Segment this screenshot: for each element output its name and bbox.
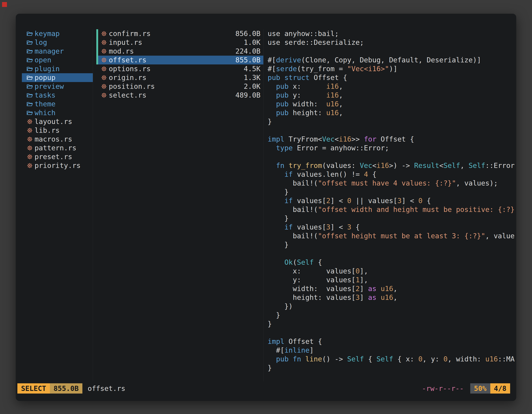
- file-row-position-rs[interactable]: position.rs2.0K: [96, 82, 263, 91]
- status-bar-right: -rw-r--r-- 50% 4/8: [422, 383, 510, 394]
- sidebar-item-preset-rs[interactable]: preset.rs: [22, 152, 93, 161]
- code-token: [268, 91, 276, 99]
- code-token: ,: [339, 91, 343, 99]
- sidebar-item-lib-rs[interactable]: lib.rs: [22, 126, 93, 135]
- code-token: }: [268, 214, 288, 222]
- code-token: ,: [393, 293, 397, 301]
- code-token: {: [351, 223, 360, 231]
- code-token: bail!(: [268, 179, 318, 187]
- file-name: input.rs: [109, 38, 142, 47]
- file-row-body: origin.rs1.3K: [98, 73, 263, 82]
- code-token: (: [293, 258, 297, 266]
- code-token: values.len() !=: [293, 170, 364, 178]
- code-token: #[: [268, 346, 285, 354]
- code-token: , width:: [447, 355, 485, 363]
- code-token: 3: [356, 293, 360, 301]
- code-token: impl: [268, 135, 285, 143]
- parent-directory-pane: keymaplogmanageropenpluginpopuppreviewta…: [22, 29, 93, 381]
- code-token: x: values[: [268, 267, 356, 275]
- code-token: use serde::Deserialize;: [268, 38, 364, 47]
- sidebar-item-label: preset.rs: [35, 152, 72, 161]
- code-token: 2: [356, 285, 360, 293]
- code-token: as: [368, 285, 376, 293]
- file-size: 489.0B: [235, 91, 260, 100]
- code-token: Offset {: [285, 337, 322, 346]
- rust-file-icon: [26, 135, 33, 144]
- sidebar-item-which[interactable]: which: [22, 108, 93, 117]
- sidebar-item-preview[interactable]: preview: [22, 82, 93, 91]
- file-name: options.rs: [109, 64, 151, 73]
- sidebar-item-layout-rs[interactable]: layout.rs: [22, 117, 93, 126]
- code-token: #[: [268, 65, 276, 73]
- code-token: ],: [360, 276, 368, 284]
- sidebar-item-keymap[interactable]: keymap: [22, 29, 93, 38]
- code-token: pub fn: [276, 355, 301, 363]
- file-row-origin-rs[interactable]: origin.rs1.3K: [96, 73, 263, 82]
- sidebar-item-tasks[interactable]: tasks: [22, 91, 93, 100]
- code-token: if: [285, 170, 293, 178]
- file-row-offset-rs[interactable]: offset.rs855.0B: [96, 56, 263, 64]
- code-token: [268, 161, 276, 170]
- code-token: [268, 355, 276, 363]
- code-token: as: [368, 293, 376, 301]
- code-token: }: [268, 188, 288, 196]
- file-size: 855.0B: [235, 56, 260, 64]
- code-token: Offset {: [310, 73, 347, 82]
- sidebar-item-macros-rs[interactable]: macros.rs: [22, 135, 93, 144]
- sidebar-item-log[interactable]: log: [22, 38, 93, 47]
- file-row-options-rs[interactable]: options.rs4.5K: [96, 64, 263, 73]
- code-line: fn try_from(values: Vec<i16>) -> Result<…: [268, 161, 516, 170]
- sidebar-item-theme[interactable]: theme: [22, 100, 93, 108]
- sidebar-item-pattern-rs[interactable]: pattern.rs: [22, 144, 93, 152]
- code-line: [268, 47, 516, 56]
- sidebar-item-manager[interactable]: manager: [22, 47, 93, 56]
- file-preview-pane: use anyhow::bail;use serde::Deserialize;…: [264, 29, 516, 381]
- selection-mark: [96, 82, 98, 91]
- code-token: [268, 100, 276, 108]
- code-token: Self: [469, 161, 485, 170]
- code-token: }: [268, 320, 272, 328]
- sidebar-item-priority-rs[interactable]: priority.rs: [22, 161, 93, 170]
- code-line: impl Offset {: [268, 337, 516, 346]
- file-row-select-rs[interactable]: select.rs489.0B: [96, 91, 263, 100]
- code-token: if: [285, 197, 293, 205]
- terminal-window: keymaplogmanageropenpluginpopuppreviewta…: [16, 14, 516, 401]
- file-row-input-rs[interactable]: input.rs1.0K: [96, 38, 263, 47]
- code-line: }: [268, 214, 516, 223]
- code-token: values[: [293, 223, 326, 231]
- code-token: Ok: [285, 258, 293, 266]
- code-token: }: [268, 364, 272, 372]
- code-token: height:: [288, 109, 326, 117]
- code-token: ::MA: [498, 355, 515, 363]
- code-token: Vec: [322, 135, 334, 143]
- code-line: }: [268, 311, 516, 319]
- code-token: 3: [347, 223, 351, 231]
- code-token: ,: [339, 100, 343, 108]
- sidebar-item-label: pattern.rs: [35, 144, 76, 152]
- code-token: y: values[: [268, 276, 356, 284]
- code-token: , y:: [423, 355, 444, 363]
- code-token: line: [305, 355, 322, 363]
- code-token: bail!(: [268, 232, 318, 240]
- sidebar-item-open[interactable]: open: [22, 56, 93, 64]
- code-token: , value: [485, 232, 514, 240]
- code-line: [268, 126, 516, 135]
- code-token: i16: [376, 161, 389, 170]
- file-row-mod-rs[interactable]: mod.rs224.0B: [96, 47, 263, 56]
- code-token: try_from: [288, 161, 322, 170]
- file-name: origin.rs: [109, 73, 146, 82]
- code-token: inline: [285, 346, 310, 354]
- code-token: x:: [288, 82, 326, 90]
- sidebar-item-plugin[interactable]: plugin: [22, 64, 93, 73]
- code-token: Self: [297, 258, 314, 266]
- red-marker: [2, 2, 7, 7]
- code-token: TryFrom<: [285, 135, 322, 143]
- file-row-confirm-rs[interactable]: confirm.rs856.0B: [96, 29, 263, 38]
- code-line: }: [268, 319, 516, 328]
- sidebar-item-label: priority.rs: [35, 161, 81, 170]
- code-token: [268, 82, 276, 90]
- code-line: pub height: u16,: [268, 108, 516, 117]
- status-bar: SELECT 855.0B offset.rs -rw-r--r-- 50% 4…: [17, 383, 510, 394]
- file-size: 2.0K: [244, 82, 260, 91]
- sidebar-item-popup[interactable]: popup: [22, 73, 93, 82]
